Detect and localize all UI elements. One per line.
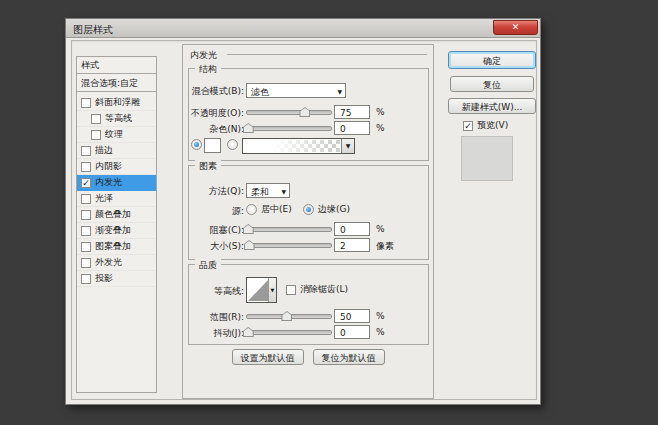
choke-label: 阻塞(C):: [189, 224, 244, 237]
opacity-unit: %: [376, 107, 385, 117]
noise-input[interactable]: 0: [334, 121, 370, 135]
sidebar-item-drop-shadow[interactable]: 投影: [77, 271, 156, 287]
radio-icon[interactable]: [246, 204, 257, 215]
source-center-option[interactable]: 居中(E): [246, 203, 292, 216]
checkbox-icon[interactable]: [81, 162, 91, 172]
choke-row: 阻塞(C): 0 %: [189, 222, 426, 238]
inner-glow-panel: 内发光 结构 混合模式(B): 滤色 ▼ 不透明度(O): 75 %: [182, 44, 434, 399]
technique-select[interactable]: 柔和 ▼: [246, 183, 290, 198]
checkbox-icon[interactable]: [81, 194, 91, 204]
size-input[interactable]: 2: [334, 238, 370, 252]
range-slider-thumb[interactable]: [281, 311, 292, 321]
checkbox-icon[interactable]: [81, 98, 91, 108]
sidebar-item-label: 图案叠加: [95, 240, 131, 253]
choke-slider-thumb[interactable]: [243, 224, 254, 234]
elements-legend: 图素: [195, 160, 221, 173]
checkbox-checked-icon[interactable]: [81, 178, 91, 188]
sidebar-item-label: 描边: [95, 144, 113, 157]
ok-button[interactable]: 确定: [448, 51, 536, 69]
checkbox-checked-icon[interactable]: [463, 121, 473, 131]
dialog-titlebar[interactable]: 图层样式 ✕: [66, 19, 540, 38]
size-slider-thumb[interactable]: [244, 240, 255, 250]
range-label: 范围(R):: [189, 311, 244, 324]
jitter-slider-thumb[interactable]: [243, 327, 254, 337]
sidebar-item-color-overlay[interactable]: 颜色叠加: [77, 207, 156, 223]
checkbox-icon[interactable]: [81, 146, 91, 156]
preview-option[interactable]: 预览(V): [463, 119, 508, 132]
sidebar-item-satin[interactable]: 光泽: [77, 191, 156, 207]
sidebar-item-pattern-overlay[interactable]: 图案叠加: [77, 239, 156, 255]
noise-slider-thumb[interactable]: [243, 123, 254, 133]
sidebar-item-label: 颜色叠加: [95, 208, 131, 221]
make-default-button[interactable]: 设置为默认值: [232, 349, 304, 365]
choke-input[interactable]: 0: [334, 222, 370, 236]
sidebar-item-outer-glow[interactable]: 外发光: [77, 255, 156, 271]
checkbox-icon[interactable]: [91, 130, 101, 140]
chevron-down-icon[interactable]: ▼: [341, 139, 354, 153]
sidebar-item-label: 渐变叠加: [95, 224, 131, 237]
chevron-down-icon: ▼: [337, 88, 342, 95]
reset-default-button[interactable]: 复位为默认值: [313, 349, 385, 365]
size-label: 大小(S):: [189, 240, 244, 253]
contour-curve-icon: [248, 279, 269, 301]
sidebar-item-label: 投影: [95, 272, 113, 285]
opacity-slider[interactable]: [246, 108, 332, 118]
choke-slider-track: [246, 227, 332, 232]
choke-slider[interactable]: [246, 225, 332, 235]
opacity-slider-thumb[interactable]: [299, 107, 310, 117]
contour-picker[interactable]: ▼: [246, 277, 277, 303]
sidebar-item-inner-glow[interactable]: 内发光: [77, 175, 156, 191]
panel-title-divider: [227, 54, 427, 55]
checkbox-icon[interactable]: [81, 210, 91, 220]
dialog-title: 图层样式: [73, 23, 113, 37]
chevron-down-icon[interactable]: ▼: [268, 278, 276, 302]
size-slider[interactable]: [246, 241, 332, 251]
sidebar-item-stroke[interactable]: 描边: [77, 143, 156, 159]
range-input[interactable]: 50: [334, 309, 370, 323]
jitter-label: 抖动(J):: [189, 327, 244, 340]
sidebar-item-label: 斜面和浮雕: [95, 96, 140, 109]
checkbox-icon[interactable]: [81, 242, 91, 252]
radio-selected-icon[interactable]: [303, 204, 314, 215]
range-slider[interactable]: [246, 312, 332, 322]
size-row: 大小(S): 2 像素: [189, 238, 426, 254]
jitter-slider[interactable]: [246, 328, 332, 338]
reset-button[interactable]: 复位: [450, 76, 534, 92]
styles-header: 样式: [77, 57, 156, 74]
opacity-input[interactable]: 75: [334, 105, 370, 119]
jitter-input[interactable]: 0: [334, 325, 370, 339]
styles-list: 斜面和浮雕 等高线 纹理 描边 内阴影 内发光: [77, 92, 156, 287]
checkbox-icon[interactable]: [81, 226, 91, 236]
antialias-option[interactable]: 消除锯齿(L): [286, 283, 348, 296]
sidebar-item-gradient-overlay[interactable]: 渐变叠加: [77, 223, 156, 239]
blend-mode-select[interactable]: 滤色 ▼: [246, 83, 346, 98]
gradient-picker[interactable]: ▼: [242, 138, 355, 154]
source-edge-option[interactable]: 边缘(G): [303, 203, 350, 216]
checkbox-icon[interactable]: [81, 274, 91, 284]
technique-value: 柔和: [251, 187, 269, 197]
preview-thumbnail: [461, 136, 513, 181]
noise-slider[interactable]: [246, 124, 332, 134]
source-row: 源: 居中(E) 边缘(G): [189, 203, 426, 219]
sidebar-item-contour[interactable]: 等高线: [77, 111, 156, 127]
range-unit: %: [376, 311, 385, 321]
sidebar-item-inner-shadow[interactable]: 内阴影: [77, 159, 156, 175]
blend-mode-row: 混合模式(B): 滤色 ▼: [189, 83, 426, 99]
sidebar-item-texture[interactable]: 纹理: [77, 127, 156, 143]
new-style-button[interactable]: 新建样式(W)...: [448, 98, 536, 114]
noise-unit: %: [376, 123, 385, 133]
range-row: 范围(R): 50 %: [189, 309, 426, 325]
gradient-radio[interactable]: [227, 139, 238, 150]
color-radio[interactable]: [191, 139, 202, 150]
checkbox-icon[interactable]: [81, 258, 91, 268]
sidebar-item-blending-options[interactable]: 混合选项:自定: [77, 74, 156, 92]
checkbox-icon[interactable]: [286, 285, 296, 295]
close-icon: ✕: [512, 22, 520, 32]
blend-mode-value: 滤色: [251, 87, 269, 97]
glow-color-swatch[interactable]: [204, 138, 221, 153]
sidebar-item-bevel-emboss[interactable]: 斜面和浮雕: [77, 95, 156, 111]
close-button[interactable]: ✕: [493, 20, 538, 35]
elements-group: 图素 方法(Q): 柔和 ▼ 源: 居中(E) 边缘(G): [188, 165, 429, 260]
checkbox-icon[interactable]: [91, 114, 101, 124]
sidebar-item-label: 内阴影: [95, 160, 122, 173]
